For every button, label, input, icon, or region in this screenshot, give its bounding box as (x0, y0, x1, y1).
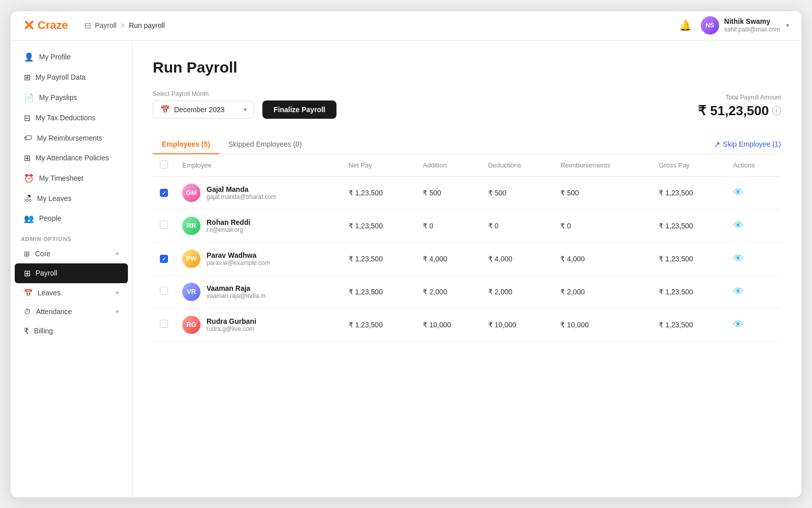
reimbursements-icon: 🏷 (24, 133, 32, 143)
view-icon-vaaman-raja[interactable]: 👁 (733, 286, 743, 297)
core-icon: ⊞ (24, 250, 30, 258)
sidebar: 👤 My Profile ⊞ My Payroll Data 📄 My Pays… (11, 41, 132, 497)
employee-name-gajal-manda: Gajal Manda (207, 185, 277, 193)
info-icon[interactable]: i (772, 106, 781, 115)
tax-icon: ⊟ (24, 113, 30, 123)
sidebar-item-leaves[interactable]: 📅 Leaves ▾ (15, 284, 128, 302)
select-all-checkbox[interactable] (160, 160, 168, 168)
tab-skipped-employees[interactable]: Skipped Employees (0) (219, 135, 311, 154)
skip-employee-icon: ↗ (714, 140, 720, 149)
deductions-gajal-manda: ₹ 500 (481, 176, 554, 209)
view-icon-parav-wadhwa[interactable]: 👁 (733, 253, 743, 264)
reimbursements-gajal-manda: ₹ 500 (553, 176, 652, 209)
user-info[interactable]: NS Nithik Swamy sahil.patil@mail.com ▾ (701, 16, 789, 35)
attendance-icon: ⏱ (24, 308, 31, 316)
employee-cell-rohan-reddi: RR Rohan Reddi r.r@email.org (175, 209, 342, 242)
gross-pay-rudra-gurbani: ₹ 1,23,500 (652, 308, 726, 341)
employee-email-rohan-reddi: r.r@email.org (207, 226, 250, 233)
user-email: sahil.patil@mail.com (724, 26, 780, 33)
addition-rudra-gurbani: ₹ 10,000 (416, 308, 481, 341)
total-payroll-amount: ₹ 51,23,500 i (698, 103, 781, 119)
table-row: PW Parav Wadhwa parav.w@example.com ₹ 1,… (153, 242, 781, 275)
month-select-chevron: ▾ (244, 106, 247, 113)
tab-employees[interactable]: Employees (5) (153, 135, 219, 154)
skip-employee-button[interactable]: ↗ Skip Employee (1) (714, 136, 781, 153)
employee-name-parav-wadhwa: Parav Wadhwa (207, 251, 270, 259)
employee-email-rudra-gurbani: rudra.g@live.com (207, 325, 256, 332)
page-title: Run Payroll (153, 59, 781, 76)
row-checkbox-rohan-reddi[interactable] (160, 221, 168, 229)
logo-symbol: ✕ (23, 17, 35, 34)
sidebar-label-my-payslips: My Payslips (39, 93, 77, 101)
sidebar-item-billing[interactable]: ₹ Billing (15, 321, 128, 341)
employee-info-vaaman-raja: Vaaman Raja vaaman.raja@india.in (207, 284, 265, 299)
finalize-payroll-button[interactable]: Finalize Payroll (262, 100, 336, 119)
addition-parav-wadhwa: ₹ 4,000 (416, 242, 481, 275)
employee-email-gajal-manda: gajal.manda@bharat.com (207, 193, 277, 200)
sidebar-item-my-reimbursements[interactable]: 🏷 My Reimbursements (15, 128, 128, 148)
row-checkbox-gajal-manda[interactable] (160, 189, 168, 197)
sidebar-item-payroll[interactable]: ⊞ Payroll (15, 263, 128, 283)
sidebar-label-my-reimbursements: My Reimbursements (37, 134, 102, 142)
reimbursements-rohan-reddi: ₹ 0 (553, 209, 652, 242)
row-checkbox-cell (153, 209, 175, 242)
row-checkbox-parav-wadhwa[interactable] (160, 255, 168, 263)
sidebar-item-my-leaves[interactable]: 🏖 My Leaves (15, 189, 128, 208)
th-checkbox (153, 154, 175, 177)
net-pay-rohan-reddi: ₹ 1,23,500 (342, 209, 416, 242)
header: ✕ Craze ⊟ Payroll > Run payroll 🔔 NS Nit… (11, 11, 801, 41)
view-icon-rudra-gurbani[interactable]: 👁 (733, 319, 743, 330)
sidebar-item-my-payroll-data[interactable]: ⊞ My Payroll Data (15, 67, 128, 87)
view-icon-gajal-manda[interactable]: 👁 (733, 187, 743, 198)
attendance-policies-icon: ⊞ (24, 153, 30, 163)
employee-avatar-rohan-reddi: RR (182, 217, 200, 235)
total-payroll-label: Total Payroll Amount (698, 94, 781, 101)
gross-pay-gajal-manda: ₹ 1,23,500 (652, 176, 726, 209)
admin-section-label: ADMIN OPTIONS (11, 229, 132, 244)
actions-parav-wadhwa: 👁 (726, 242, 781, 275)
sidebar-item-core[interactable]: ⊞ Core ▾ (15, 245, 128, 263)
sidebar-item-attendance[interactable]: ⏱ Attendance ▾ (15, 302, 128, 321)
month-select[interactable]: 📅 December 2023 ▾ (153, 100, 254, 119)
notification-button[interactable]: 🔔 (677, 17, 694, 33)
leaves-expand-icon: ▾ (116, 289, 119, 296)
addition-vaaman-raja: ₹ 2,000 (416, 275, 481, 308)
breadcrumb-icon: ⊟ (84, 21, 91, 30)
reimbursements-rudra-gurbani: ₹ 10,000 (553, 308, 652, 341)
month-select-group: Select Payroll Month 📅 December 2023 ▾ (153, 90, 254, 119)
total-amount-value: ₹ 51,23,500 (698, 103, 769, 119)
control-bar: Select Payroll Month 📅 December 2023 ▾ F… (153, 90, 781, 119)
employee-name-rudra-gurbani: Rudra Gurbani (207, 317, 256, 325)
gross-pay-rohan-reddi: ₹ 1,23,500 (652, 209, 726, 242)
employee-email-vaaman-raja: vaaman.raja@india.in (207, 292, 265, 299)
app-frame: ✕ Craze ⊟ Payroll > Run payroll 🔔 NS Nit… (10, 11, 802, 498)
payslips-icon: 📄 (24, 93, 34, 103)
sidebar-item-my-payslips[interactable]: 📄 My Payslips (15, 88, 128, 108)
sidebar-item-my-timesheet[interactable]: ⏰ My Timesheet (15, 168, 128, 188)
th-net-pay: Net Pay (342, 154, 416, 177)
table-row: VR Vaaman Raja vaaman.raja@india.in ₹ 1,… (153, 275, 781, 308)
sidebar-label-core: Core (35, 250, 50, 258)
logo-text: Craze (38, 19, 68, 32)
row-checkbox-rudra-gurbani[interactable] (160, 320, 168, 328)
breadcrumb-parent[interactable]: Payroll (95, 21, 117, 29)
sidebar-item-my-profile[interactable]: 👤 My Profile (15, 47, 128, 67)
table-row: RG Rudra Gurbani rudra.g@live.com ₹ 1,23… (153, 308, 781, 341)
employee-info-rohan-reddi: Rohan Reddi r.r@email.org (207, 218, 250, 233)
th-actions: Actions (726, 154, 781, 177)
sidebar-item-people[interactable]: 👥 People (15, 209, 128, 228)
employee-email-parav-wadhwa: parav.w@example.com (207, 259, 270, 266)
attendance-expand-icon: ▾ (116, 308, 119, 315)
sidebar-label-my-tax-deductions: My Tax Deductions (36, 114, 95, 122)
sidebar-label-my-profile: My Profile (39, 53, 71, 61)
sidebar-label-my-timesheet: My Timesheet (39, 174, 83, 182)
sidebar-item-my-tax-deductions[interactable]: ⊟ My Tax Deductions (15, 108, 128, 128)
th-deductions: Deductions (481, 154, 554, 177)
employee-table: Employee Net Pay Addition Deductions Rei… (153, 154, 781, 342)
addition-rohan-reddi: ₹ 0 (416, 209, 481, 242)
gross-pay-vaaman-raja: ₹ 1,23,500 (652, 275, 726, 308)
row-checkbox-vaaman-raja[interactable] (160, 287, 168, 295)
sidebar-item-my-attendance-policies[interactable]: ⊞ My Attendance Policies (15, 148, 128, 168)
view-icon-rohan-reddi[interactable]: 👁 (733, 220, 743, 231)
breadcrumb: ⊟ Payroll > Run payroll (84, 21, 165, 30)
